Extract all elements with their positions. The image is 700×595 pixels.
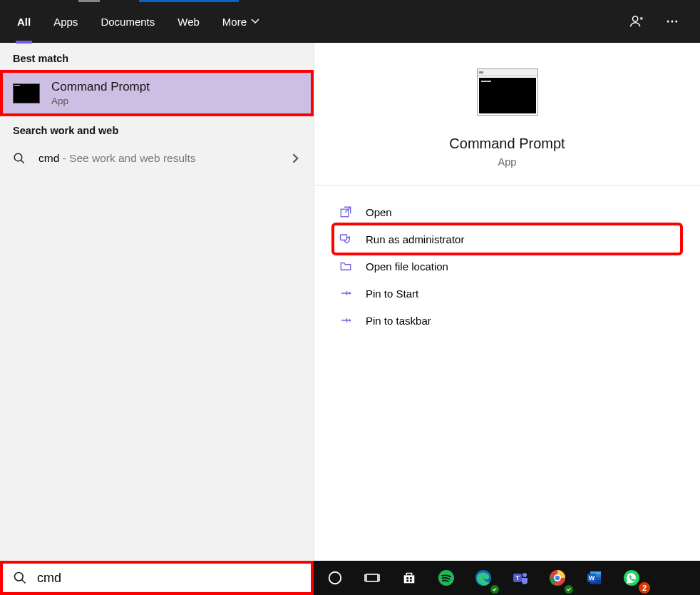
svg-rect-16 <box>406 580 408 582</box>
action-open-label: Open <box>366 206 392 218</box>
search-input-bar[interactable] <box>0 561 314 595</box>
tab-web[interactable]: Web <box>166 0 211 43</box>
best-match-heading: Best match <box>0 43 314 71</box>
action-run-as-admin-label: Run as administrator <box>366 233 464 245</box>
svg-point-25 <box>555 576 560 580</box>
best-match-text: Command Prompt App <box>51 80 150 106</box>
svg-point-4 <box>14 153 22 161</box>
tab-more-label: More <box>222 16 247 28</box>
tab-documents[interactable]: Documents <box>89 0 166 43</box>
svg-rect-11 <box>366 574 378 581</box>
preview-app-icon <box>477 68 538 116</box>
svg-rect-7 <box>341 235 347 240</box>
status-check-icon <box>565 585 573 594</box>
taskbar-store-icon[interactable] <box>392 561 426 595</box>
svg-point-8 <box>15 573 24 581</box>
taskbar: T W 2 <box>314 561 700 595</box>
chevron-right-icon <box>291 153 301 163</box>
web-result-suffix: - See work and web results <box>59 152 195 164</box>
action-open[interactable]: Open <box>334 198 680 225</box>
status-check-icon <box>490 585 499 594</box>
svg-text:W: W <box>589 574 595 581</box>
taskbar-taskview-icon[interactable] <box>355 561 389 595</box>
pin-taskbar-icon <box>339 313 353 327</box>
best-match-subtitle: App <box>51 96 150 106</box>
svg-text:T: T <box>515 574 520 581</box>
shield-admin-icon <box>339 232 353 246</box>
tab-all-label: All <box>17 16 31 28</box>
search-input[interactable] <box>37 571 301 586</box>
folder-icon <box>339 259 353 273</box>
web-result-term: cmd <box>38 152 59 164</box>
action-pin-to-start[interactable]: Pin to Start <box>334 280 680 307</box>
taskbar-word-icon[interactable]: W <box>577 561 612 595</box>
tab-web-label: Web <box>177 16 200 28</box>
svg-point-2 <box>671 21 674 23</box>
taskbar-whatsapp-icon[interactable]: 2 <box>614 561 649 595</box>
search-header: All Apps Documents Web More <box>0 0 700 43</box>
action-open-file-location[interactable]: Open file location <box>334 253 680 280</box>
taskbar-teams-icon[interactable]: T <box>503 561 537 595</box>
best-match-result[interactable]: Command Prompt App <box>1 71 312 115</box>
tab-apps-label: Apps <box>53 16 78 28</box>
taskbar-chrome-icon[interactable] <box>540 561 575 595</box>
preview-header: Command Prompt App <box>314 43 700 185</box>
preview-actions: Open Run as administrator Ope <box>314 185 700 347</box>
svg-rect-14 <box>406 577 408 579</box>
tab-all[interactable]: All <box>6 0 42 43</box>
web-result-row[interactable]: cmd - See work and web results <box>0 143 314 173</box>
windows-search-panel: All Apps Documents Web More Best match <box>0 0 700 595</box>
svg-rect-17 <box>410 580 412 582</box>
action-open-file-location-label: Open file location <box>366 260 448 273</box>
action-pin-to-start-label: Pin to Start <box>366 288 418 300</box>
action-pin-to-taskbar-label: Pin to taskbar <box>366 315 431 327</box>
svg-point-3 <box>675 21 677 23</box>
svg-point-22 <box>523 573 527 577</box>
results-pane: Best match Command Prompt App Search wor… <box>0 43 314 595</box>
svg-point-1 <box>667 21 669 23</box>
notification-badge: 2 <box>639 582 650 594</box>
tab-apps[interactable]: Apps <box>42 0 89 43</box>
svg-rect-15 <box>410 577 412 579</box>
best-match-title: Command Prompt <box>51 80 150 94</box>
svg-point-10 <box>329 572 341 584</box>
svg-line-5 <box>21 160 24 163</box>
preview-pane: Command Prompt App Open <box>314 43 700 595</box>
taskbar-cortana-icon[interactable] <box>318 561 352 595</box>
work-web-heading: Search work and web <box>0 115 314 143</box>
search-icon <box>13 571 27 585</box>
search-icon <box>13 152 29 165</box>
taskbar-edge-icon[interactable] <box>466 561 500 595</box>
action-run-as-admin[interactable]: Run as administrator <box>334 225 680 253</box>
preview-subtitle: App <box>498 156 517 168</box>
header-accent <box>0 0 700 2</box>
open-icon <box>339 205 353 219</box>
command-prompt-icon <box>13 83 40 103</box>
web-result-text: cmd - See work and web results <box>38 152 196 165</box>
action-pin-to-taskbar[interactable]: Pin to taskbar <box>334 307 680 334</box>
chevron-down-icon <box>251 17 259 26</box>
svg-line-9 <box>22 580 26 584</box>
preview-title: Command Prompt <box>449 136 565 152</box>
account-icon[interactable] <box>629 14 644 29</box>
more-options-icon[interactable] <box>664 14 680 29</box>
taskbar-spotify-icon[interactable] <box>429 561 463 595</box>
tab-more[interactable]: More <box>211 0 271 43</box>
pin-icon <box>339 286 353 300</box>
tab-documents-label: Documents <box>101 16 155 28</box>
svg-point-0 <box>633 16 638 21</box>
search-body: Best match Command Prompt App Search wor… <box>0 43 700 595</box>
